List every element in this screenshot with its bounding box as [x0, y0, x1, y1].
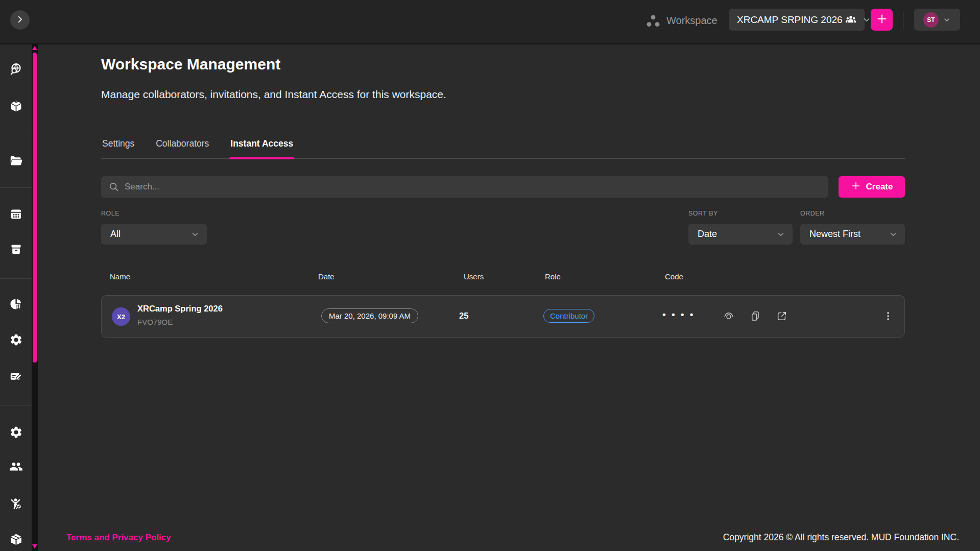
page-title: Workspace Management [101, 56, 280, 73]
sort-by-dropdown[interactable]: Date [688, 224, 793, 245]
row-access-code: FVO79OE [137, 318, 173, 326]
folder-open-icon [9, 154, 23, 170]
open-link-button[interactable] [774, 308, 790, 325]
column-header-role: Role [545, 272, 561, 281]
asset-cube-icon [9, 100, 23, 115]
sidebar-divider [0, 187, 32, 188]
order-value: Newest First [809, 229, 861, 239]
app-window: Workspace XRCAMP SRPING 2026 ST [0, 0, 980, 551]
workspace-selector-value: XRCAMP SRPING 2026 [737, 14, 843, 26]
row-role-badge: Contributor [543, 309, 594, 323]
role-filter-value: All [110, 229, 121, 239]
column-header-code: Code [665, 272, 683, 281]
row-name: XRCamp Spring 2026 [137, 304, 223, 314]
tab-collaborators[interactable]: Collaborators [155, 136, 210, 158]
workspace-label: Workspace [666, 15, 718, 27]
row-menu-button[interactable] [880, 308, 896, 325]
plus-icon [876, 13, 888, 27]
eye-icon [723, 310, 734, 323]
terms-privacy-link[interactable]: Terms and Privacy Policy [66, 533, 171, 543]
sidebar-item-sessions[interactable] [6, 205, 26, 225]
scroll-thumb[interactable] [33, 53, 37, 363]
copy-icon [750, 310, 761, 323]
sidebar-item-workspace-settings[interactable] [6, 423, 26, 443]
sidebar [0, 0, 32, 551]
people-group-icon [845, 14, 857, 26]
create-button[interactable]: Create [839, 176, 905, 198]
tab-instant-access[interactable]: Instant Access [229, 136, 294, 158]
sort-by-value: Date [698, 229, 717, 239]
scroll-up-arrow[interactable] [32, 46, 37, 50]
user-menu[interactable]: ST [914, 9, 960, 31]
gear-icon [9, 425, 23, 441]
archive-icon [9, 243, 23, 258]
role-filter-label: ROLE [101, 210, 119, 217]
sidebar-divider [0, 405, 32, 405]
sidebar-item-discover[interactable] [6, 60, 26, 80]
avatar: ST [923, 12, 939, 28]
chevron-down-icon [190, 230, 200, 239]
topbar-divider [903, 11, 903, 30]
role-filter-dropdown[interactable]: All [101, 224, 207, 245]
row-avatar: X2 [112, 307, 130, 326]
sidebar-item-archive[interactable] [6, 240, 26, 260]
column-header-users: Users [464, 272, 484, 281]
workspace-selector[interactable]: XRCAMP SRPING 2026 [729, 9, 865, 31]
page-subtitle: Manage collaborators, invitations, and I… [101, 88, 446, 101]
create-button-label: Create [866, 182, 893, 192]
row-masked-code: • • • • [662, 309, 695, 320]
search-globe-icon [9, 62, 23, 78]
sidebar-item-notes[interactable] [6, 367, 26, 388]
sidebar-collapse-button[interactable] [10, 10, 30, 30]
row-date-badge: Mar 20, 2026, 09:09 AM [321, 308, 418, 323]
copyright-text: Copyright 2026 © All rights reserved. MU… [723, 532, 959, 543]
sidebar-item-analytics[interactable] [6, 295, 26, 315]
sidebar-item-settings[interactable] [6, 330, 26, 351]
grid-calendar-icon [9, 207, 23, 223]
chevron-down-icon [943, 16, 951, 24]
column-header-name: Name [110, 272, 130, 281]
tab-bar: Settings Collaborators Instant Access [101, 136, 905, 159]
sidebar-item-collaborators[interactable] [6, 457, 26, 477]
users-icon [9, 460, 23, 475]
sidebar-divider [0, 278, 32, 279]
row-users-count: 25 [459, 311, 468, 321]
kebab-menu-icon [882, 310, 894, 323]
order-label: ORDER [800, 210, 825, 217]
chevron-down-icon [862, 15, 871, 25]
analytics-pie-icon [9, 297, 23, 313]
table-row[interactable]: X2 XRCamp Spring 2026 FVO79OE Mar 20, 20… [101, 295, 905, 338]
gear-icon [9, 333, 23, 348]
search-bar [101, 176, 828, 198]
sidebar-item-instant-access[interactable] [6, 494, 26, 515]
page-scrollbar [32, 43, 38, 551]
main-content: Workspace Management Manage collaborator… [38, 44, 980, 551]
topbar: Workspace XRCAMP SRPING 2026 ST [0, 0, 980, 44]
sidebar-divider [0, 134, 32, 134]
add-workspace-button[interactable] [871, 9, 893, 31]
chevron-right-icon [15, 15, 25, 26]
copy-code-button[interactable] [747, 308, 763, 325]
sidebar-item-packages[interactable] [6, 530, 26, 550]
sidebar-item-projects[interactable] [6, 152, 26, 172]
card-edit-icon [9, 370, 23, 385]
chevron-down-icon [776, 230, 785, 239]
tab-settings[interactable]: Settings [101, 136, 135, 158]
order-dropdown[interactable]: Newest First [800, 224, 905, 245]
workspace-dots-icon [644, 13, 662, 30]
plus-icon [851, 181, 861, 194]
member-check-icon [9, 497, 23, 512]
sort-by-label: SORT BY [688, 210, 718, 217]
sidebar-item-assets[interactable] [6, 97, 26, 117]
column-header-date: Date [318, 272, 334, 281]
external-link-icon [776, 310, 787, 323]
package-icon [9, 533, 23, 548]
search-input[interactable] [101, 176, 828, 198]
reveal-code-button[interactable] [721, 308, 737, 325]
scroll-down-arrow[interactable] [32, 544, 37, 548]
chevron-down-icon [889, 230, 898, 239]
